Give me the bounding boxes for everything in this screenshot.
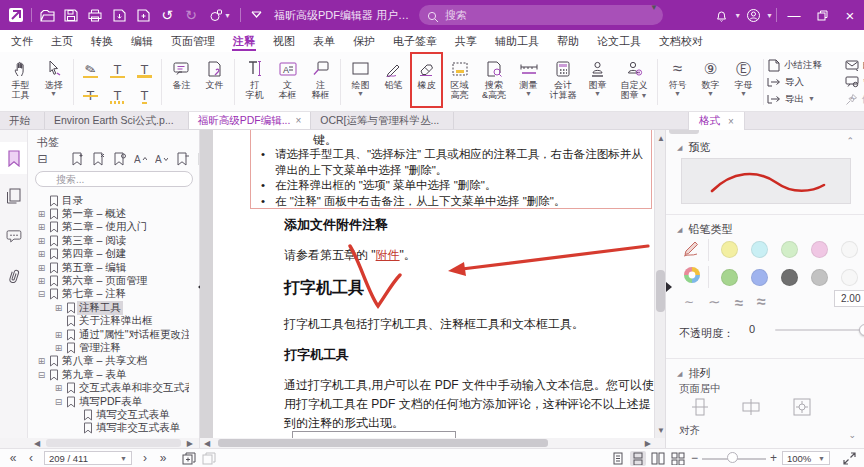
color-swatch[interactable] — [721, 269, 738, 286]
export-comments-button[interactable]: 导出 ▼ — [767, 91, 843, 107]
bookmark-tree-item[interactable]: ⊟ 第七章 – 注释 — [30, 288, 189, 301]
thickness-option-1[interactable]: ∼ — [684, 295, 694, 309]
save-icon[interactable] — [59, 3, 83, 27]
bookmark-tree-item[interactable]: ⊞ 第二章 – 使用入门 — [30, 221, 189, 234]
tree-expander-icon[interactable]: ⊞ — [53, 330, 64, 340]
center-both-button[interactable] — [793, 398, 811, 420]
account-icon[interactable] — [741, 3, 765, 27]
accounting-calculator-button[interactable]: 会计 计算器 — [545, 55, 581, 109]
document-horizontal-scrollbar[interactable]: ◀ ▶ — [200, 438, 665, 448]
arrange-section-header[interactable]: ◢ 排列 — [677, 366, 710, 381]
menu-item[interactable]: 论文工具 — [588, 30, 650, 52]
panel-scroll-down-icon[interactable]: ⌄ — [848, 430, 856, 440]
area-highlight-button[interactable]: 区域 高亮 — [443, 55, 476, 109]
custom-stamp-button[interactable]: 自定义 图章 ▼ — [614, 55, 654, 109]
pages-panel-button[interactable] — [0, 180, 27, 212]
typewriter-button[interactable]: 打 字机 — [238, 55, 271, 109]
sidebar-horizontal-scrollbar[interactable]: ◀ ▶ — [28, 438, 200, 448]
zoom-level-box[interactable]: 100% ▼ — [782, 451, 830, 465]
tree-expander-icon[interactable]: ⊞ — [36, 236, 47, 246]
menu-item[interactable]: 电子签章 — [384, 30, 446, 52]
file-attachment-button[interactable]: 文件 — [198, 55, 231, 109]
scroll-right-icon[interactable]: ▶ — [645, 439, 651, 448]
attachments-panel-button[interactable] — [0, 260, 27, 292]
undo-icon[interactable]: ↺ — [155, 3, 179, 27]
tree-expander-icon[interactable]: ⊞ — [36, 356, 47, 366]
new-file-icon[interactable] — [131, 3, 155, 27]
collapse-panel-handle[interactable] — [666, 282, 677, 292]
scroll-right-icon[interactable]: ▶ — [187, 439, 193, 448]
email-fdf-button[interactable]: 邮件发送FDF — [845, 57, 864, 73]
bookmark-search-input[interactable] — [35, 171, 193, 187]
global-search[interactable] — [419, 5, 663, 25]
bookmark-tree-item[interactable]: 填写非交互式表单 — [30, 422, 189, 435]
document-tab[interactable]: OCR[运筹与管理科学丛... — [311, 112, 454, 129]
menu-item[interactable]: 转换 — [82, 30, 122, 52]
document-tab[interactable]: 开始 — [0, 112, 45, 129]
bookmark-tree-item[interactable]: ⊟ 第九章 – 表单 — [30, 368, 189, 381]
tree-expander-icon[interactable]: ⊞ — [36, 249, 47, 259]
center-vertically-button[interactable] — [691, 398, 709, 420]
close-tab-icon[interactable]: × — [295, 115, 301, 126]
document-tab[interactable]: Environ Earth Sci公式.p... — [45, 112, 189, 129]
menu-item[interactable]: 编辑 — [122, 30, 162, 52]
close-button[interactable]: × — [836, 0, 864, 30]
center-horizontally-button[interactable] — [742, 398, 760, 420]
scroll-up-icon[interactable]: ▲ — [657, 134, 665, 143]
menu-item[interactable]: 帮助 — [548, 30, 588, 52]
bookmark-options-icon[interactable]: ⊟ — [35, 151, 50, 166]
eraser-button[interactable]: 橡皮 — [412, 55, 441, 90]
number-button[interactable]: ⑨ 数字 ▼ — [694, 55, 727, 109]
color-wheel-icon[interactable] — [682, 265, 702, 289]
bookmark-tree-item[interactable]: ⊞ 管理注释 — [30, 341, 189, 354]
drawing-button[interactable]: 绘图 ▼ — [344, 55, 377, 109]
squiggly-underline-button[interactable]: T — [104, 82, 131, 108]
thickness-input[interactable]: 2.00 — [834, 290, 864, 307]
expand-bookmarks-icon[interactable]: A — [133, 151, 148, 166]
bookmark-tree-item[interactable]: 目录 — [30, 194, 189, 207]
menu-item[interactable]: 文件 — [2, 30, 42, 52]
scroll-left-icon[interactable]: ◀ — [34, 439, 40, 448]
export-file-icon[interactable] — [107, 3, 131, 27]
comments-panel-button[interactable] — [0, 220, 27, 252]
callout-button[interactable]: 注 释框 — [304, 55, 337, 109]
bookmark-tree-item[interactable]: ⊞ 第四章 – 创建 — [30, 248, 189, 261]
color-swatch[interactable] — [781, 241, 798, 258]
letter-button[interactable]: Ⓔ 字母 ▼ — [727, 55, 760, 109]
redo-icon[interactable]: ↻ — [179, 3, 203, 27]
note-button[interactable]: 备注 — [165, 55, 198, 109]
thickness-option-3[interactable]: ≈ — [735, 294, 743, 311]
bookmarks-panel-button[interactable] — [0, 142, 27, 174]
bookmark-tree-item[interactable]: ⊞ 第八章 – 共享文档 — [30, 355, 189, 368]
highlight-text-button[interactable]: ✎ — [77, 56, 104, 82]
scroll-left-icon[interactable]: ◀ — [204, 439, 210, 448]
zoom-out-button[interactable]: − — [691, 451, 698, 465]
slider-handle[interactable] — [859, 324, 864, 336]
bookmark-settings-icon[interactable] — [112, 151, 127, 166]
tree-expander-icon[interactable]: ⊞ — [36, 209, 47, 219]
pencil-type-section-header[interactable]: ◢ 铅笔类型 — [677, 222, 732, 237]
tree-expander-icon[interactable]: ⊞ — [53, 303, 64, 313]
zoom-slider-handle[interactable] — [727, 452, 738, 463]
continuous-facing-view-button[interactable] — [670, 451, 686, 466]
bookmark-tree-item[interactable]: ⊞ 第一章 – 概述 — [30, 207, 189, 220]
minimize-button[interactable]: — — [780, 0, 808, 30]
menu-item[interactable]: 表单 — [304, 30, 344, 52]
collapse-panel-icon[interactable]: ⌃ — [846, 136, 854, 146]
collapse-ribbon-icon[interactable]: ⌃ — [848, 96, 856, 106]
pencil-button[interactable]: 铅笔 — [377, 55, 410, 109]
print-icon[interactable] — [83, 3, 107, 27]
open-file-icon[interactable] — [35, 3, 59, 27]
bookmark-tree-item[interactable]: ⊞ 第五章 – 编辑 — [30, 261, 189, 274]
next-bookmark-icon[interactable] — [175, 151, 190, 166]
tree-expander-icon[interactable]: ⊞ — [36, 276, 47, 286]
menu-item[interactable]: 共享 — [446, 30, 486, 52]
underline-text-button[interactable]: T — [104, 56, 131, 82]
menu-item[interactable]: 辅助工具 — [486, 30, 548, 52]
delete-bookmark-icon[interactable] — [91, 151, 106, 166]
tree-expander-icon[interactable]: ⊞ — [36, 222, 47, 232]
summarize-comments-button[interactable]: 小结注释 — [767, 57, 843, 73]
scrollbar-thumb[interactable] — [656, 270, 665, 312]
tab-list-dropdown-icon[interactable]: ▼ — [650, 3, 658, 12]
scroll-down-icon[interactable]: ▼ — [657, 426, 665, 435]
